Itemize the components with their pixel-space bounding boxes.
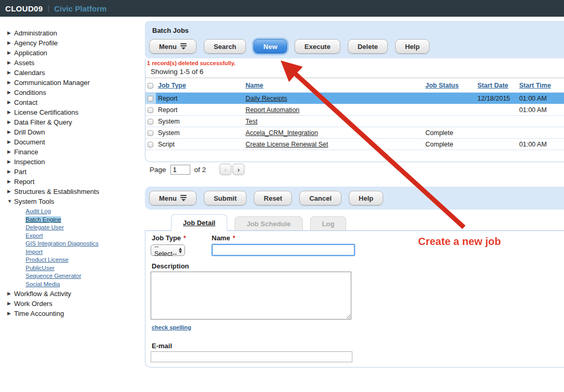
table-row[interactable]: System Test — [145, 116, 564, 127]
submit-button[interactable]: Submit — [204, 191, 247, 205]
sidebar-item-calendars[interactable]: ▶Calendars — [7, 68, 145, 78]
select-all-header — [145, 78, 156, 93]
page-number-input[interactable] — [170, 165, 190, 175]
delete-button[interactable]: Delete — [348, 39, 388, 54]
tab-job-detail[interactable]: Job Detail — [171, 214, 227, 231]
next-page-button[interactable]: › — [232, 164, 244, 175]
job-name-link[interactable]: Accela_CRM_Integration — [246, 129, 325, 137]
job-type-label: Job Type* — [152, 234, 186, 242]
job-name-link[interactable]: Create License Renewal Set — [246, 141, 335, 148]
sidebar-subitem-product-license[interactable]: Product License — [26, 255, 145, 264]
sidebar-item-structures-establishments[interactable]: ▶Structures & Establishments — [7, 187, 145, 197]
sidebar-item-application[interactable]: ▶Application — [7, 48, 145, 58]
sidebar-item-system-tools[interactable]: ▼System Tools — [7, 197, 145, 206]
row-checkbox[interactable] — [148, 96, 153, 102]
sidebar-item-inspection[interactable]: ▶Inspection — [7, 157, 145, 167]
table-row[interactable]: System Accela_CRM_Integration Complete — [145, 127, 564, 139]
status-message: 1 record(s) deleted successfully. — [145, 58, 564, 66]
sidebar-item-finance[interactable]: ▶Finance — [7, 147, 145, 157]
record-count: Showing 1-5 of 6 — [145, 66, 564, 78]
prev-page-button[interactable]: ‹ — [219, 164, 231, 175]
sidebar-subitem-import[interactable]: Import — [26, 248, 145, 256]
sidebar-subitem-social-media[interactable]: Social Media — [26, 280, 145, 288]
sidebar-item-work-orders[interactable]: ▶Work Orders — [7, 299, 145, 309]
row-checkbox[interactable] — [148, 119, 153, 125]
chevron-right-icon: ▶ — [7, 309, 13, 318]
sidebar-item-agency-profile[interactable]: ▶Agency Profile — [7, 38, 145, 48]
column-header-start-date[interactable]: Start Date — [475, 78, 517, 93]
table-row[interactable]: Report Daily Receipts 12/18/2015 01:00 A… — [145, 93, 564, 104]
sidebar-item-administration[interactable]: ▶Administration — [7, 28, 145, 38]
sidebar-subitem-sequence-generator[interactable]: Sequence Generator — [26, 272, 145, 280]
page-label: Page — [150, 166, 166, 174]
menu-button[interactable]: Menu — [149, 39, 197, 54]
chevron-right-icon: ▶ — [7, 187, 13, 197]
sidebar-item-conditions[interactable]: ▶Conditions — [7, 88, 145, 97]
sidebar-item-contact[interactable]: ▶Contact — [7, 97, 145, 107]
system-tools-subnav: Audit Log Batch Engine Delegate User Exp… — [26, 207, 145, 288]
description-textarea[interactable] — [151, 272, 351, 320]
sidebar-item-time-accounting[interactable]: ▶Time Accounting — [7, 309, 145, 318]
column-header-start-time[interactable]: Start Time — [517, 78, 564, 93]
tab-job-schedule[interactable]: Job Schedule — [235, 216, 303, 231]
cancel-button[interactable]: Cancel — [299, 191, 341, 205]
sidebar-subitem-delegate-user[interactable]: Delegate User — [26, 223, 145, 231]
column-header-name[interactable]: Name — [243, 78, 423, 93]
name-input[interactable] — [212, 244, 355, 256]
sidebar-item-data-filter-query[interactable]: ▶Data Filter & Query — [7, 117, 145, 127]
brand-separator: | — [47, 4, 50, 13]
required-marker: * — [183, 235, 186, 242]
sidebar-subitem-batch-engine[interactable]: Batch Engine — [26, 215, 145, 224]
batch-jobs-header-panel: Batch Jobs Menu Search New Execute Delet… — [145, 21, 564, 58]
sidebar-subitem-audit-log[interactable]: Audit Log — [26, 207, 145, 215]
chevron-down-icon: ▼ — [7, 197, 13, 206]
menu-dropdown-icon — [180, 195, 187, 201]
pagination: Page of 2 ‹ › — [150, 164, 244, 175]
chevron-right-icon: ▶ — [7, 58, 13, 68]
name-label: Name* — [212, 234, 235, 242]
email-input[interactable] — [151, 351, 352, 362]
column-header-job-type[interactable]: Job Type — [156, 78, 243, 93]
sidebar-subitem-export[interactable]: Export — [26, 231, 145, 240]
row-checkbox[interactable] — [148, 142, 153, 148]
search-button[interactable]: Search — [204, 39, 246, 54]
chevron-right-icon: ▶ — [7, 107, 13, 117]
form-help-button[interactable]: Help — [349, 191, 383, 205]
job-name-link[interactable]: Report Automation — [246, 106, 307, 114]
table-row[interactable]: Script Create License Renewal Set Comple… — [145, 139, 564, 150]
sidebar-item-communication-manager[interactable]: ▶Communication Manager — [7, 78, 145, 88]
page-total-label: of 2 — [194, 166, 206, 174]
table-row[interactable]: Report Report Automation 01:00 AM — [145, 104, 564, 116]
job-type-select[interactable]: --Select-- — [151, 244, 185, 256]
sidebar-item-assets[interactable]: ▶Assets — [7, 58, 145, 68]
chevron-right-icon: ▶ — [7, 157, 13, 167]
sidebar-item-workflow-activity[interactable]: ▶Workflow & Activity — [7, 289, 145, 299]
batch-jobs-list-panel: 1 record(s) deleted successfully. Showin… — [145, 58, 564, 162]
help-button[interactable]: Help — [395, 39, 430, 54]
tab-log[interactable]: Log — [310, 216, 347, 231]
chevron-right-icon: ▶ — [7, 78, 13, 88]
select-all-checkbox[interactable] — [148, 83, 153, 89]
sidebar-item-license-certifications[interactable]: ▶License Certifications — [7, 107, 145, 117]
check-spelling-link[interactable]: check spelling — [152, 324, 191, 330]
brand-logo: CLOUD09 — [5, 4, 43, 13]
form-menu-button[interactable]: Menu — [149, 191, 197, 205]
new-button[interactable]: New — [253, 39, 287, 54]
job-name-link[interactable]: Test — [246, 118, 265, 125]
sidebar-item-part[interactable]: ▶Part — [7, 167, 145, 177]
sidebar-subitem-gis-integration-diagnostics[interactable]: GIS Integration Diagnostics — [26, 239, 145, 248]
chevron-right-icon: ▶ — [7, 137, 13, 147]
column-header-job-status[interactable]: Job Status — [423, 78, 475, 93]
chevron-right-icon: ▶ — [7, 38, 13, 48]
chevron-right-icon: ▶ — [7, 147, 13, 157]
form-toolbar: Menu Submit Reset Cancel Help — [145, 187, 564, 210]
execute-button[interactable]: Execute — [295, 39, 340, 54]
sidebar-item-report[interactable]: ▶Report — [7, 177, 145, 187]
sidebar-item-drill-down[interactable]: ▶Drill Down — [7, 127, 145, 137]
sidebar-subitem-publicuser[interactable]: PublicUser — [26, 264, 145, 272]
row-checkbox[interactable] — [148, 130, 153, 136]
row-checkbox[interactable] — [148, 107, 153, 113]
sidebar-item-document[interactable]: ▶Document — [7, 137, 145, 147]
reset-button[interactable]: Reset — [254, 191, 292, 205]
job-name-link[interactable]: Daily Receipts — [246, 95, 295, 102]
